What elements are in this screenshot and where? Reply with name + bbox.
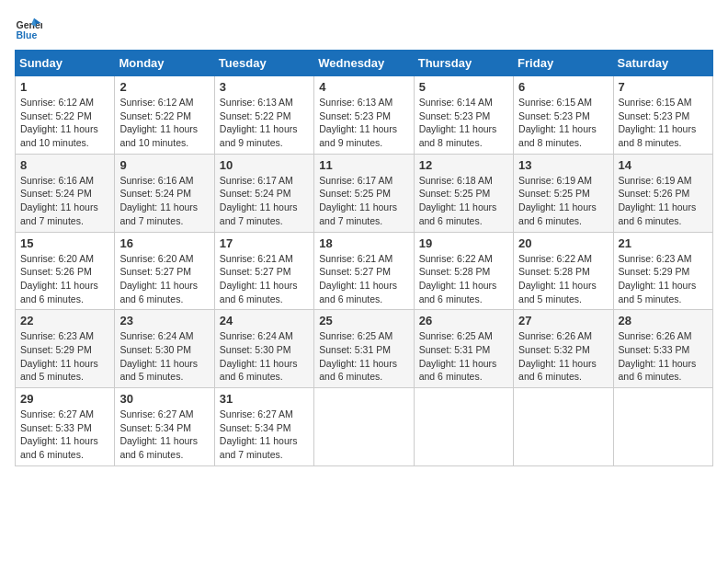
day-number: 9 — [119, 158, 209, 172]
day-info: Sunrise: 6:20 AMSunset: 5:26 PMDaylight:… — [20, 252, 109, 306]
day-number: 1 — [20, 80, 109, 94]
calendar-cell: 25Sunrise: 6:25 AMSunset: 5:31 PMDayligh… — [314, 310, 414, 388]
weekday-header-saturday: Saturday — [613, 51, 712, 76]
day-info: Sunrise: 6:27 AMSunset: 5:34 PMDaylight:… — [119, 408, 209, 462]
calendar-cell — [414, 388, 513, 466]
day-number: 25 — [319, 314, 408, 327]
calendar-cell — [514, 388, 613, 466]
calendar-cell: 11Sunrise: 6:17 AMSunset: 5:25 PMDayligh… — [314, 154, 414, 232]
day-number: 22 — [20, 314, 109, 327]
calendar-week-row: 29Sunrise: 6:27 AMSunset: 5:33 PMDayligh… — [16, 388, 713, 466]
calendar-cell: 6Sunrise: 6:15 AMSunset: 5:23 PMDaylight… — [514, 76, 613, 155]
day-number: 31 — [220, 392, 309, 406]
calendar-cell: 21Sunrise: 6:23 AMSunset: 5:29 PMDayligh… — [613, 232, 712, 310]
day-info: Sunrise: 6:13 AMSunset: 5:23 PMDaylight:… — [319, 96, 408, 150]
day-number: 10 — [220, 158, 309, 172]
svg-text:Blue: Blue — [17, 29, 38, 40]
day-number: 23 — [119, 314, 209, 327]
calendar-cell: 18Sunrise: 6:21 AMSunset: 5:27 PMDayligh… — [314, 232, 414, 310]
calendar-cell: 28Sunrise: 6:26 AMSunset: 5:33 PMDayligh… — [613, 310, 712, 388]
day-info: Sunrise: 6:19 AMSunset: 5:25 PMDaylight:… — [518, 174, 608, 228]
weekday-header-sunday: Sunday — [16, 51, 115, 76]
day-number: 8 — [20, 158, 109, 172]
day-number: 15 — [20, 236, 109, 250]
calendar-cell: 12Sunrise: 6:18 AMSunset: 5:25 PMDayligh… — [414, 154, 513, 232]
day-number: 6 — [518, 80, 608, 94]
day-number: 18 — [319, 236, 408, 250]
day-info: Sunrise: 6:14 AMSunset: 5:23 PMDaylight:… — [419, 96, 508, 150]
calendar-cell: 29Sunrise: 6:27 AMSunset: 5:33 PMDayligh… — [16, 388, 115, 466]
day-number: 14 — [619, 158, 708, 172]
day-info: Sunrise: 6:16 AMSunset: 5:24 PMDaylight:… — [119, 174, 209, 228]
weekday-header-thursday: Thursday — [414, 51, 513, 76]
calendar-cell: 10Sunrise: 6:17 AMSunset: 5:24 PMDayligh… — [214, 154, 313, 232]
day-info: Sunrise: 6:24 AMSunset: 5:30 PMDaylight:… — [119, 329, 209, 384]
calendar-cell: 7Sunrise: 6:15 AMSunset: 5:23 PMDaylight… — [613, 76, 712, 155]
day-number: 21 — [619, 236, 708, 250]
calendar-cell: 30Sunrise: 6:27 AMSunset: 5:34 PMDayligh… — [115, 388, 214, 466]
day-info: Sunrise: 6:23 AMSunset: 5:29 PMDaylight:… — [20, 329, 109, 384]
calendar-cell: 22Sunrise: 6:23 AMSunset: 5:29 PMDayligh… — [16, 310, 115, 388]
weekday-header-wednesday: Wednesday — [314, 51, 414, 76]
day-number: 12 — [419, 158, 508, 172]
day-info: Sunrise: 6:12 AMSunset: 5:22 PMDaylight:… — [119, 96, 209, 150]
day-info: Sunrise: 6:13 AMSunset: 5:22 PMDaylight:… — [220, 96, 309, 150]
day-info: Sunrise: 6:25 AMSunset: 5:31 PMDaylight:… — [319, 329, 408, 384]
day-info: Sunrise: 6:12 AMSunset: 5:22 PMDaylight:… — [20, 96, 109, 150]
calendar-cell: 20Sunrise: 6:22 AMSunset: 5:28 PMDayligh… — [514, 232, 613, 310]
calendar-cell — [613, 388, 712, 466]
calendar-cell: 23Sunrise: 6:24 AMSunset: 5:30 PMDayligh… — [115, 310, 214, 388]
calendar-week-row: 1Sunrise: 6:12 AMSunset: 5:22 PMDaylight… — [16, 76, 713, 155]
day-number: 26 — [419, 314, 508, 327]
day-number: 11 — [319, 158, 408, 172]
day-number: 17 — [220, 236, 309, 250]
calendar-cell: 5Sunrise: 6:14 AMSunset: 5:23 PMDaylight… — [414, 76, 513, 155]
day-number: 4 — [319, 80, 408, 94]
calendar-cell: 26Sunrise: 6:25 AMSunset: 5:31 PMDayligh… — [414, 310, 513, 388]
calendar-week-row: 22Sunrise: 6:23 AMSunset: 5:29 PMDayligh… — [16, 310, 713, 388]
calendar-cell: 1Sunrise: 6:12 AMSunset: 5:22 PMDaylight… — [16, 76, 115, 155]
day-info: Sunrise: 6:24 AMSunset: 5:30 PMDaylight:… — [220, 329, 309, 384]
calendar-cell: 17Sunrise: 6:21 AMSunset: 5:27 PMDayligh… — [214, 232, 313, 310]
day-number: 13 — [518, 158, 608, 172]
day-info: Sunrise: 6:17 AMSunset: 5:24 PMDaylight:… — [220, 174, 309, 228]
weekday-header-row: SundayMondayTuesdayWednesdayThursdayFrid… — [16, 51, 713, 76]
day-number: 19 — [419, 236, 508, 250]
weekday-header-friday: Friday — [514, 51, 613, 76]
day-info: Sunrise: 6:16 AMSunset: 5:24 PMDaylight:… — [20, 174, 109, 228]
day-number: 5 — [419, 80, 508, 94]
calendar-cell: 14Sunrise: 6:19 AMSunset: 5:26 PMDayligh… — [613, 154, 712, 232]
calendar-cell: 27Sunrise: 6:26 AMSunset: 5:32 PMDayligh… — [514, 310, 613, 388]
day-info: Sunrise: 6:20 AMSunset: 5:27 PMDaylight:… — [119, 252, 209, 306]
day-info: Sunrise: 6:17 AMSunset: 5:25 PMDaylight:… — [319, 174, 408, 228]
calendar-cell: 8Sunrise: 6:16 AMSunset: 5:24 PMDaylight… — [16, 154, 115, 232]
calendar-cell: 13Sunrise: 6:19 AMSunset: 5:25 PMDayligh… — [514, 154, 613, 232]
page-header: General Blue — [15, 15, 713, 42]
day-info: Sunrise: 6:23 AMSunset: 5:29 PMDaylight:… — [619, 252, 708, 306]
day-number: 24 — [220, 314, 309, 327]
day-info: Sunrise: 6:21 AMSunset: 5:27 PMDaylight:… — [220, 252, 309, 306]
day-info: Sunrise: 6:25 AMSunset: 5:31 PMDaylight:… — [419, 329, 508, 384]
calendar-cell: 16Sunrise: 6:20 AMSunset: 5:27 PMDayligh… — [115, 232, 214, 310]
day-info: Sunrise: 6:18 AMSunset: 5:25 PMDaylight:… — [419, 174, 508, 228]
calendar-cell: 31Sunrise: 6:27 AMSunset: 5:34 PMDayligh… — [214, 388, 313, 466]
day-number: 29 — [20, 392, 109, 406]
logo: General Blue — [15, 15, 42, 42]
day-number: 7 — [619, 80, 708, 94]
day-number: 3 — [220, 80, 309, 94]
calendar-cell: 19Sunrise: 6:22 AMSunset: 5:28 PMDayligh… — [414, 232, 513, 310]
day-info: Sunrise: 6:27 AMSunset: 5:33 PMDaylight:… — [20, 408, 109, 462]
day-number: 30 — [119, 392, 209, 406]
weekday-header-tuesday: Tuesday — [214, 51, 313, 76]
calendar-table: SundayMondayTuesdayWednesdayThursdayFrid… — [15, 50, 713, 466]
day-number: 2 — [119, 80, 209, 94]
day-info: Sunrise: 6:22 AMSunset: 5:28 PMDaylight:… — [419, 252, 508, 306]
day-info: Sunrise: 6:26 AMSunset: 5:32 PMDaylight:… — [518, 329, 608, 384]
calendar-cell — [314, 388, 414, 466]
logo-icon: General Blue — [15, 15, 42, 42]
calendar-cell: 4Sunrise: 6:13 AMSunset: 5:23 PMDaylight… — [314, 76, 414, 155]
page-container: General Blue SundayMondayTuesdayWednesda… — [15, 15, 713, 466]
day-number: 28 — [619, 314, 708, 327]
calendar-week-row: 8Sunrise: 6:16 AMSunset: 5:24 PMDaylight… — [16, 154, 713, 232]
day-number: 20 — [518, 236, 608, 250]
